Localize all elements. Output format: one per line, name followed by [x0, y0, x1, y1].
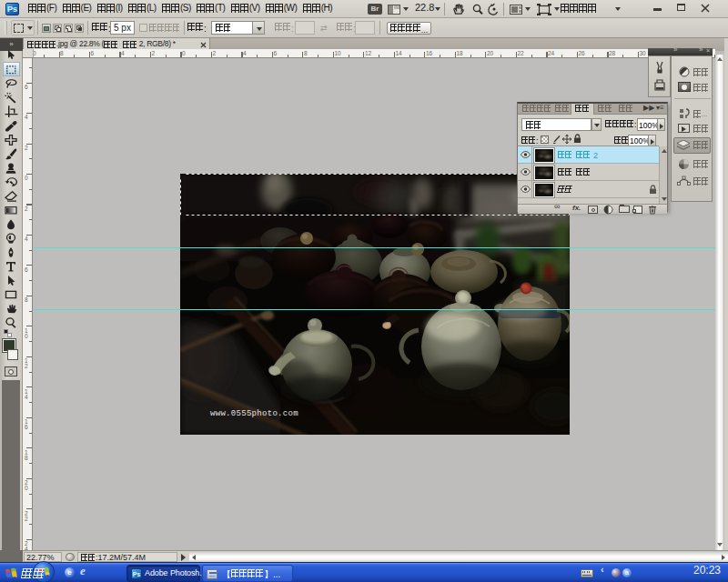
- svg-text:www.0555photo.com: www.0555photo.com: [210, 409, 298, 418]
